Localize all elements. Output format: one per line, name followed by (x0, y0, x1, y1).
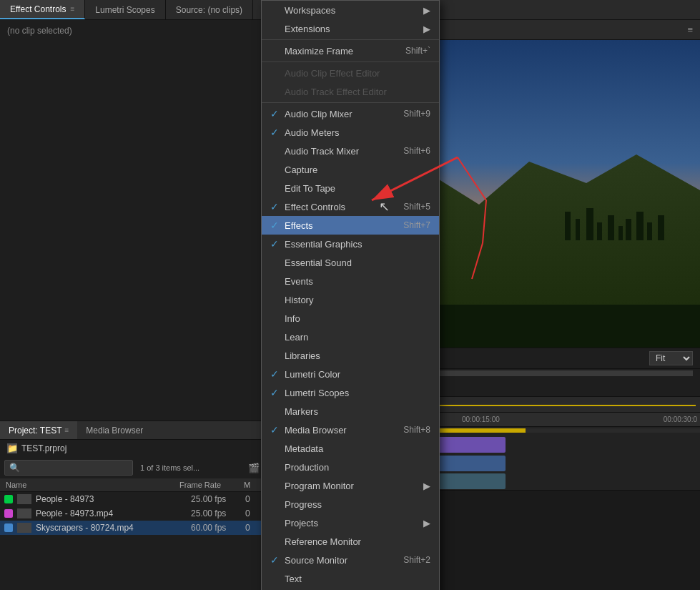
menu-item-check: ✓ (270, 108, 285, 119)
menu-item-essential-graphics[interactable]: ✓ Essential Graphics (262, 235, 439, 253)
menu-item-shortcut: Shift+5 (403, 202, 430, 212)
menu-item-arrow: ▶ (423, 24, 430, 34)
menu-item-projects[interactable]: Projects ▶ (262, 513, 439, 532)
menu-item-shortcut: Shift+9 (403, 109, 430, 119)
menu-item-learn[interactable]: Learn (262, 328, 439, 346)
menu-item-check: ✓ (270, 220, 285, 231)
menu-item-libraries[interactable]: Libraries (262, 346, 439, 365)
menu-item-shortcut: Shift+2 (403, 555, 430, 565)
menu-item-label: Extensions (285, 24, 419, 34)
menu-item-capture[interactable]: Capture (262, 160, 439, 179)
menu-item-label: Program Monitor (285, 481, 419, 491)
menu-item-label: Text (285, 574, 430, 584)
menu-divider (262, 62, 439, 62)
menu-item-check: ✓ (270, 554, 285, 566)
menu-item-label: Essential Sound (285, 257, 430, 268)
menu-item-label: Progress (285, 499, 430, 510)
menu-item-check: ✓ (270, 127, 285, 138)
menu-item-label: Workspaces (285, 5, 419, 16)
menu-item-label: Lumetri Scopes (285, 388, 430, 398)
menu-item-label: Lumetri Color (285, 369, 430, 380)
svg-line-22 (472, 243, 483, 279)
menu-item-shortcut: Shift+6 (403, 146, 430, 156)
menu-item-maximize-frame[interactable]: Maximize Frame Shift+` (262, 41, 439, 60)
menu-item-audio-meters[interactable]: ✓ Audio Meters (262, 123, 439, 142)
menu-item-label: Info (285, 313, 430, 324)
menu-item-label: Audio Clip Mixer (285, 109, 396, 119)
menu-item-label: Audio Track Effect Editor (285, 87, 430, 97)
menu-item-source-monitor[interactable]: ✓ Source Monitor Shift+2 (262, 551, 439, 569)
menu-item-label: Markers (285, 406, 430, 417)
menu-item-edit-to-tape[interactable]: Edit To Tape (262, 179, 439, 197)
menu-item-label: Metadata (285, 443, 430, 454)
menu-item-label: Source Monitor (285, 555, 396, 566)
menu-item-label: Audio Meters (285, 127, 430, 138)
menu-item-media-browser[interactable]: ✓ Media Browser Shift+8 (262, 421, 439, 439)
menu-item-effects[interactable]: ✓ Effects Shift+7 (262, 216, 439, 235)
menu-item-label: History (285, 295, 430, 305)
menu-item-essential-sound[interactable]: Essential Sound (262, 253, 439, 272)
menu-item-progress[interactable]: Progress (262, 495, 439, 513)
menu-item-metadata[interactable]: Metadata (262, 439, 439, 458)
menu-item-arrow: ▶ (423, 5, 430, 16)
svg-line-21 (483, 200, 486, 243)
menu-item-markers[interactable]: Markers (262, 402, 439, 421)
menu-item-program-monitor[interactable]: Program Monitor ▶ (262, 476, 439, 495)
menu-item-workspaces[interactable]: Workspaces ▶ (262, 1, 439, 19)
menu-item-label: Libraries (285, 350, 430, 361)
menu-item-effect-controls[interactable]: ✓ Effect Controls Shift+5 (262, 197, 439, 216)
menu-item-audio-track-mixer[interactable]: Audio Track Mixer Shift+6 (262, 142, 439, 160)
menu-item-label: Maximize Frame (285, 46, 398, 56)
menu-item-check: ✓ (270, 238, 285, 250)
menu-item-label: Edit To Tape (285, 183, 430, 194)
menu-item-label: Events (285, 276, 430, 287)
menu-item-label: Effects (285, 220, 396, 231)
menu-item-shortcut: Shift+7 (403, 220, 430, 230)
menu-item-events[interactable]: Events (262, 272, 439, 290)
menu-item-shortcut: Shift+8 (403, 425, 430, 435)
menu-item-check: ✓ (270, 424, 285, 436)
menu-item-label: Audio Clip Effect Editor (285, 68, 430, 79)
menu-item-audio-clip-effect-editor: Audio Clip Effect Editor (262, 64, 439, 82)
menu-item-shortcut: Shift+` (405, 46, 430, 56)
svg-line-20 (458, 157, 486, 200)
menu-divider (262, 39, 439, 40)
menu-item-arrow: ▶ (423, 481, 430, 491)
menu-item-check: ✓ (270, 368, 285, 380)
menu-item-text[interactable]: Text (262, 569, 439, 588)
window-menu-dropdown: Workspaces ▶ Extensions ▶ Maximize Frame… (261, 0, 440, 590)
menu-item-production[interactable]: Production (262, 458, 439, 476)
menu-item-audio-clip-mixer[interactable]: ✓ Audio Clip Mixer Shift+9 (262, 104, 439, 123)
menu-item-lumetri-color[interactable]: ✓ Lumetri Color (262, 365, 439, 383)
dropdown-overlay: Workspaces ▶ Extensions ▶ Maximize Frame… (0, 0, 700, 590)
menu-item-check: ✓ (270, 201, 285, 212)
menu-item-lumetri-scopes[interactable]: ✓ Lumetri Scopes (262, 383, 439, 402)
menu-item-label: Essential Graphics (285, 239, 430, 250)
menu-item-check: ✓ (270, 387, 285, 398)
menu-item-label: Learn (285, 332, 430, 343)
menu-item-label: Audio Track Mixer (285, 146, 396, 157)
menu-item-reference-monitor[interactable]: Reference Monitor (262, 532, 439, 551)
menu-item-info[interactable]: Info (262, 309, 439, 328)
menu-item-history[interactable]: History (262, 290, 439, 309)
menu-item-label: Reference Monitor (285, 536, 430, 547)
menu-item-label: Effect Controls (285, 202, 396, 212)
menu-item-label: Projects (285, 518, 419, 528)
menu-item-audio-track-effect-editor: Audio Track Effect Editor (262, 82, 439, 101)
menu-item-extensions[interactable]: Extensions ▶ (262, 19, 439, 38)
menu-divider (262, 102, 439, 103)
menu-item-label: Capture (285, 164, 430, 175)
menu-item-label: Production (285, 462, 430, 473)
menu-item-arrow: ▶ (423, 518, 430, 528)
menu-item-label: Media Browser (285, 425, 396, 436)
